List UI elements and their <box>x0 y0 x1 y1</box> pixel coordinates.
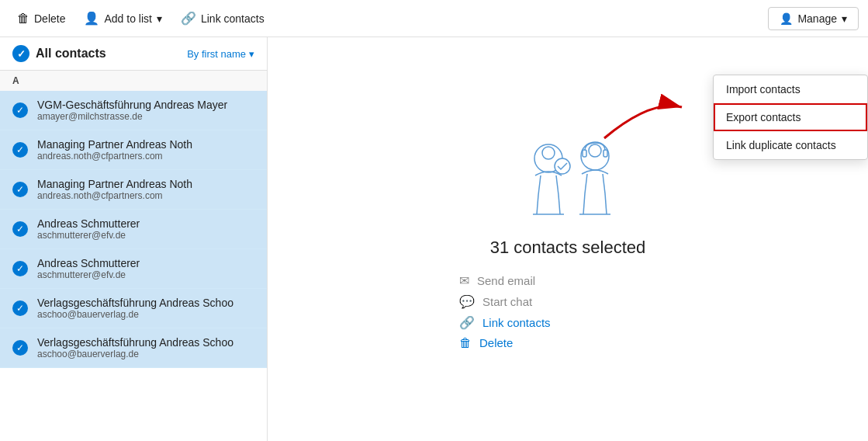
contact-email: amayer@milchstrasse.de <box>37 111 254 122</box>
contact-info: Verlagsgeschäftsführung Andreas Schoo as… <box>37 297 254 320</box>
contact-email: andreas.noth@cfpartners.com <box>37 151 254 161</box>
contact-check-icon: ✓ <box>12 182 28 197</box>
delete-action-icon: 🗑 <box>459 336 472 350</box>
contact-item[interactable]: ✓ Andreas Schmutterer aschmutterer@efv.d… <box>0 210 267 249</box>
link-contacts-icon: 🔗 <box>181 11 196 26</box>
action-list: ✉ Send email 💬 Start chat 🔗 Link contact… <box>459 273 676 350</box>
start-chat-icon: 💬 <box>459 294 475 309</box>
contact-info: Verlagsgeschäftsführung Andreas Schoo as… <box>37 336 254 359</box>
delete-action-label: Delete <box>479 336 513 349</box>
contact-email: aschmutterer@efv.de <box>37 269 254 280</box>
link-contacts-action-icon: 🔗 <box>459 315 475 330</box>
contact-name: Verlagsgeschäftsführung Andreas Schoo <box>37 336 254 349</box>
main-content: 31 contacts selected ✉ Send email 💬 Star… <box>268 37 868 441</box>
send-email-label: Send email <box>477 274 535 287</box>
link-contacts-action[interactable]: 🔗 Link contacts <box>459 315 676 330</box>
svg-line-13 <box>603 174 605 193</box>
svg-point-8 <box>581 142 609 170</box>
delete-label: Delete <box>34 12 65 25</box>
sidebar-header: ✓ All contacts By first name ▾ <box>0 37 267 71</box>
manage-dropdown: Import contacts Export contacts Link dup… <box>713 75 868 160</box>
contact-check-icon: ✓ <box>12 340 28 356</box>
contact-name: Managing Partner Andreas Noth <box>37 178 254 190</box>
contacts-illustration <box>490 129 645 222</box>
sidebar-header-left: ✓ All contacts <box>12 45 106 62</box>
selected-count: 31 contacts selected <box>490 238 646 258</box>
contact-name: Andreas Schmutterer <box>37 257 254 269</box>
delete-action[interactable]: 🗑 Delete <box>459 336 676 350</box>
svg-line-5 <box>558 195 560 214</box>
contact-info: Andreas Schmutterer aschmutterer@efv.de <box>37 217 254 241</box>
svg-line-14 <box>583 193 585 214</box>
contact-name: VGM-Geschäftsführung Andreas Mayer <box>37 99 254 111</box>
export-contacts-item[interactable]: Export contacts <box>714 103 867 131</box>
contact-info: VGM-Geschäftsführung Andreas Mayer amaye… <box>37 99 254 122</box>
all-contacts-check-icon: ✓ <box>12 45 29 62</box>
contact-name: Verlagsgeschäftsführung Andreas Schoo <box>37 297 254 309</box>
import-contacts-item[interactable]: Import contacts <box>714 75 867 103</box>
svg-rect-10 <box>583 150 586 157</box>
contact-item[interactable]: ✓ Managing Partner Andreas Noth andreas.… <box>0 130 267 170</box>
sort-label: By first name <box>187 48 246 60</box>
add-to-list-button[interactable]: 👤 Add to list ▾ <box>76 6 169 30</box>
contact-check-icon: ✓ <box>12 102 28 118</box>
contact-check-icon: ✓ <box>12 142 28 158</box>
link-duplicate-contacts-item[interactable]: Link duplicate contacts <box>714 131 867 159</box>
manage-label: Manage <box>797 12 837 25</box>
svg-line-12 <box>585 174 587 193</box>
contact-item[interactable]: ✓ VGM-Geschäftsführung Andreas Mayer ama… <box>0 91 267 130</box>
svg-line-2 <box>538 175 541 195</box>
svg-point-9 <box>589 144 601 157</box>
contact-info: Managing Partner Andreas Noth andreas.no… <box>37 178 254 201</box>
add-to-list-chevron-icon: ▾ <box>157 12 162 25</box>
contact-email: aschoo@bauerverlag.de <box>37 309 254 320</box>
section-label-a: A <box>0 71 267 91</box>
send-email-action: ✉ Send email <box>459 273 676 288</box>
add-to-list-icon: 👤 <box>84 11 99 26</box>
main-layout: ✓ All contacts By first name ▾ A ✓ VGM-G… <box>0 37 868 441</box>
contact-name: Andreas Schmutterer <box>37 217 254 230</box>
sort-chevron-icon: ▾ <box>249 48 254 60</box>
sort-button[interactable]: By first name ▾ <box>187 48 254 60</box>
contact-list: ✓ VGM-Geschäftsführung Andreas Mayer ama… <box>0 91 267 368</box>
link-contacts-action-label: Link contacts <box>482 316 551 329</box>
manage-person-icon: 👤 <box>780 12 793 25</box>
contact-email: andreas.noth@cfpartners.com <box>37 190 254 201</box>
contact-email: aschmutterer@efv.de <box>37 230 254 241</box>
contact-item[interactable]: ✓ Andreas Schmutterer aschmutterer@efv.d… <box>0 249 267 289</box>
start-chat-action: 💬 Start chat <box>459 294 676 309</box>
contact-check-icon: ✓ <box>12 300 28 316</box>
contact-check-icon: ✓ <box>12 261 28 276</box>
contact-item[interactable]: ✓ Verlagsgeschäftsführung Andreas Schoo … <box>0 328 267 368</box>
delete-icon: 🗑 <box>17 12 29 26</box>
svg-point-1 <box>542 147 555 159</box>
send-email-icon: ✉ <box>459 273 469 288</box>
all-contacts-title: All contacts <box>36 47 106 61</box>
svg-line-3 <box>556 175 558 195</box>
manage-chevron-icon: ▾ <box>842 12 847 25</box>
sidebar: ✓ All contacts By first name ▾ A ✓ VGM-G… <box>0 37 268 441</box>
contact-email: aschoo@bauerverlag.de <box>37 349 254 359</box>
add-to-list-label: Add to list <box>104 12 151 25</box>
delete-button[interactable]: 🗑 Delete <box>9 7 73 30</box>
svg-point-7 <box>555 158 570 174</box>
start-chat-label: Start chat <box>482 295 532 308</box>
contact-info: Andreas Schmutterer aschmutterer@efv.de <box>37 257 254 280</box>
manage-button[interactable]: 👤 Manage ▾ <box>768 7 859 30</box>
link-contacts-label: Link contacts <box>201 12 265 25</box>
contact-info: Managing Partner Andreas Noth andreas.no… <box>37 138 254 161</box>
contact-check-icon: ✓ <box>12 221 28 237</box>
svg-line-4 <box>537 195 538 214</box>
contact-item[interactable]: ✓ Managing Partner Andreas Noth andreas.… <box>0 170 267 210</box>
link-contacts-button[interactable]: 🔗 Link contacts <box>173 6 272 30</box>
toolbar: 🗑 Delete 👤 Add to list ▾ 🔗 Link contacts… <box>0 0 868 37</box>
contact-item[interactable]: ✓ Verlagsgeschäftsführung Andreas Schoo … <box>0 289 267 328</box>
svg-line-15 <box>605 193 607 214</box>
contact-name: Managing Partner Andreas Noth <box>37 138 254 151</box>
svg-rect-11 <box>603 150 607 157</box>
